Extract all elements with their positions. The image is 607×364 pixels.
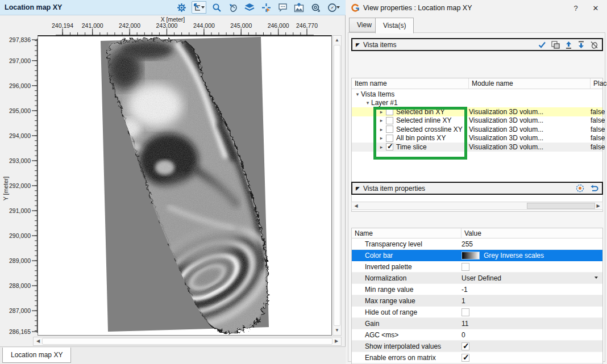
property-value[interactable]: 1 (462, 297, 465, 305)
tree-row-selected-bin-xy[interactable]: ▸ Selected bin XY Visualization 3D volum… (352, 107, 602, 116)
target-icon[interactable] (576, 184, 584, 193)
pick-button[interactable] (260, 1, 272, 14)
property-value[interactable]: 11 (462, 320, 468, 328)
selection-mode-dropdown[interactable] (200, 1, 206, 14)
y-tick-label: 297,000 (1, 57, 31, 64)
property-row-gain[interactable]: Gain 11 (352, 318, 602, 329)
tree-row-selected-inline-xy[interactable]: ▸ Selected inline XY Visualization 3D vo… (352, 116, 602, 125)
map-canvas[interactable] (38, 35, 332, 336)
compass-dropdown[interactable] (335, 1, 341, 14)
expander-right-icon[interactable]: ▸ (378, 144, 385, 150)
show-interpolated-values-checkbox[interactable] (462, 342, 469, 350)
app-icon (351, 3, 360, 12)
hide-out-of-range-checkbox[interactable] (462, 308, 469, 316)
visibility-checkbox[interactable] (386, 143, 393, 150)
property-row-agc-ms[interactable]: AGC <ms> 0 (352, 329, 602, 341)
expander-down-icon[interactable]: ▾ (364, 100, 371, 106)
visibility-checkbox[interactable] (386, 108, 393, 115)
property-value[interactable]: Grey Inverse scales (484, 252, 544, 260)
y-tick-label: 294,000 (1, 132, 31, 139)
measure-button[interactable] (309, 1, 322, 14)
property-row-color-bar[interactable]: Color bar Grey Inverse scales (352, 250, 602, 261)
mouse-tools-button[interactable] (227, 1, 239, 14)
property-row-inverted-palette[interactable]: Inverted palette (352, 261, 602, 273)
scroll-right-icon[interactable]: ▶ (594, 202, 602, 210)
expander-right-icon[interactable]: ▸ (378, 135, 385, 141)
properties-grid: Transparency level 255 Color bar Grey In… (351, 239, 603, 364)
move-up-icon[interactable] (565, 41, 572, 49)
tree-row-selected-crossline-xy[interactable]: ▸ Selected crossline XY Visualization 3D… (352, 125, 602, 134)
comments-button[interactable] (276, 1, 289, 14)
y-tick-label: 295,000 (1, 107, 31, 114)
close-button[interactable]: ✕ (584, 4, 607, 12)
visibility-checkbox[interactable] (386, 117, 393, 124)
horizontal-scroll-thumb[interactable] (42, 338, 332, 345)
expander-right-icon[interactable]: ▸ (378, 109, 385, 115)
move-down-icon[interactable] (577, 41, 585, 49)
mouse-select-icon[interactable] (590, 41, 598, 49)
from-cell: false (591, 125, 605, 133)
apply-check-icon[interactable] (538, 41, 546, 48)
vista-items-group-header[interactable]: ◤ Vista items (351, 38, 603, 51)
y-tick-label: 287,000 (1, 307, 31, 314)
map-vertical-scrollbar[interactable]: ▲ ▼ (332, 35, 342, 336)
vista-item-properties-group-header[interactable]: ◤ Vista item properties (351, 182, 603, 195)
y-tick-label: 291,000 (1, 207, 31, 214)
module-name-cell: Visualization 3D volum... (469, 134, 543, 142)
enable-errors-on-matrix-checkbox[interactable] (462, 354, 469, 362)
copy-items-icon[interactable] (551, 41, 560, 49)
measure-loupe-icon (311, 3, 321, 12)
property-value[interactable]: 0 (462, 331, 465, 339)
tab-label: Location map XY (11, 351, 63, 359)
tree-row-layer-1[interactable]: ▾ Layer #1 (352, 99, 602, 108)
property-row-transparency-level[interactable]: Transparency level 255 (352, 239, 602, 250)
speech-bubble-icon (278, 3, 288, 12)
scroll-down-icon[interactable]: ▼ (333, 327, 341, 334)
expander-right-icon[interactable]: ▸ (378, 118, 385, 123)
colorbar-gradient-swatch[interactable] (462, 252, 480, 260)
settings-button[interactable] (175, 1, 188, 14)
zoom-button[interactable] (210, 1, 223, 14)
visibility-checkbox[interactable] (386, 135, 393, 142)
layers-button[interactable] (243, 1, 256, 14)
tab-location-map-xy[interactable]: Location map XY (2, 348, 71, 363)
scroll-left-icon[interactable]: ◀ (34, 337, 42, 345)
y-tick-label: 296,000 (1, 82, 31, 89)
dropdown-arrow-icon[interactable] (594, 277, 598, 279)
scroll-left-icon[interactable]: ◀ (352, 202, 360, 210)
tab-vistas[interactable]: Vista(s) (375, 18, 414, 34)
undo-icon[interactable] (589, 185, 598, 193)
property-value[interactable]: -1 (462, 286, 468, 294)
map-horizontal-scrollbar[interactable]: ◀ ▶ (33, 337, 342, 346)
column-name[interactable]: Name (352, 228, 462, 239)
export-image-button[interactable] (293, 1, 305, 14)
tree-row-vista-items[interactable]: ▾ Vista Items (352, 90, 602, 99)
property-value[interactable]: 255 (462, 240, 473, 248)
column-item-name[interactable]: Item name (352, 78, 469, 89)
window-titlebar[interactable]: View properties : Location map XY ? ✕ (346, 0, 607, 16)
column-placeholder[interactable]: PlaceHolder (591, 78, 607, 89)
tree-row-time-slice[interactable]: ▸ Time slice Visualization 3D volum... f… (352, 143, 602, 152)
expander-down-icon[interactable]: ▾ (354, 91, 361, 97)
property-row-hide-out-of-range[interactable]: Hide out of range (352, 307, 602, 318)
property-row-min-range-value[interactable]: Min range value -1 (352, 284, 602, 295)
visibility-checkbox[interactable] (386, 125, 393, 133)
help-button[interactable]: ? (567, 4, 584, 12)
tree-item-label: Selected crossline XY (396, 125, 463, 133)
vertical-scroll-thumb[interactable] (334, 45, 340, 326)
vista-items-horizontal-scrollbar[interactable]: ◀ ▶ (351, 202, 603, 210)
inverted-palette-checkbox[interactable] (462, 263, 469, 271)
column-value[interactable]: Value (462, 228, 602, 239)
expander-right-icon[interactable]: ▸ (378, 127, 385, 132)
property-name: Max range value (352, 297, 462, 305)
tree-row-all-bin-points-xy[interactable]: ▸ All bin points XY Visualization 3D vol… (352, 134, 602, 143)
scroll-right-icon[interactable]: ▶ (332, 337, 340, 345)
column-module-name[interactable]: Module name (469, 78, 591, 89)
property-row-max-range-value[interactable]: Max range value 1 (352, 295, 602, 307)
scroll-up-icon[interactable]: ▲ (333, 36, 341, 44)
property-row-enable-errors-on-matrix[interactable]: Enable errors on matrix (352, 352, 602, 363)
horizontal-scroll-thumb[interactable] (527, 203, 595, 209)
property-row-show-interpolated-values[interactable]: Show interpolated values (352, 341, 602, 352)
property-row-normalization[interactable]: Normalization User Defined (352, 273, 602, 284)
property-value[interactable]: User Defined (462, 274, 501, 282)
